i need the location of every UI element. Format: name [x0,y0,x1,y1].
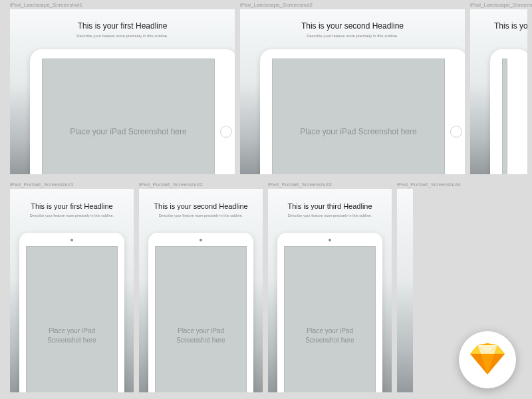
camera-icon [200,239,202,241]
artboard-label: iPad_Portrait_Screenshot4 [397,180,461,189]
placeholder-text: Place your iPad Screenshot here [63,126,193,138]
sketch-diamond-icon [470,342,505,377]
ipad-screen [502,59,507,174]
artboard-label: iPad_Portrait_Screenshot1 [10,180,134,189]
home-button-icon [220,126,232,138]
headline: This is your first Headline [10,9,235,31]
ipad-frame: Place your iPad Screenshot here [260,49,465,174]
headline: This is your third Headline [268,189,392,210]
subline [470,31,527,34]
subline: Describe your feature more precisely in … [240,31,465,38]
artboard-label: iPad_Portrait_Screenshot2 [139,180,263,189]
mockup-card: This is your second Headline Describe yo… [240,9,465,174]
ipad-frame: Place your iPad Screenshot here [19,233,124,392]
artboard-portrait-2[interactable]: iPad_Portrait_Screenshot2 This is your s… [139,180,263,392]
artboard-label: iPad_Landscape_Screenshot1 [10,0,235,9]
placeholder-text: Place your iPad Screenshot here [293,126,423,138]
mockup-card [397,189,413,392]
artboard-label: iPad_Landscape_Screenshot2 [240,0,465,9]
headline: This is your first Headline [10,189,134,210]
headline: This is your second Headline [240,9,465,31]
artboard-landscape-3[interactable]: iPad_Landscape_Screenshot3 This is your [470,0,532,174]
camera-icon [70,239,73,241]
subline: Describe your feature more precisely in … [268,210,392,217]
artboard-portrait-4[interactable]: iPad_Portrait_Screenshot4 [397,180,461,392]
mockup-card: This is your third Headline Describe you… [268,189,392,392]
subline: Describe your feature more precisely in … [10,31,235,38]
artboard-landscape-1[interactable]: iPad_Landscape_Screenshot1 This is your … [10,0,235,174]
ipad-screen: Place your iPad Screenshot here [272,59,445,174]
ipad-screen: Place your iPad Screenshot here [284,246,376,392]
camera-icon [329,239,331,241]
subline: Describe your feature more precisely in … [10,210,134,217]
ipad-frame: Place your iPad Screenshot here [30,49,235,174]
mockup-card: This is your first Headline Describe you… [10,189,134,392]
ipad-frame: Place your iPad Screenshot here [148,233,253,392]
sketch-app-badge [459,331,516,388]
mockup-card: This is your second Headline Describe yo… [139,189,263,392]
placeholder-text: Place your iPad Screenshot here [27,327,117,345]
ipad-screen: Place your iPad Screenshot here [155,246,247,392]
artboard-grid: iPad_Landscape_Screenshot1 This is your … [0,0,532,392]
artboard-portrait-3[interactable]: iPad_Portrait_Screenshot3 This is your t… [268,180,392,392]
artboard-portrait-1[interactable]: iPad_Portrait_Screenshot1 This is your f… [10,180,134,392]
artboard-landscape-2[interactable]: iPad_Landscape_Screenshot2 This is your … [240,0,465,174]
home-button-icon [450,126,462,138]
ipad-screen: Place your iPad Screenshot here [26,246,118,392]
artboard-label: iPad_Portrait_Screenshot3 [268,180,392,189]
artboard-label: iPad_Landscape_Screenshot3 [470,0,532,9]
subline: Describe your feature more precisely in … [139,210,263,217]
headline: This is your [470,9,527,31]
ipad-screen: Place your iPad Screenshot here [42,59,215,174]
ipad-frame [490,49,527,174]
placeholder-text: Place your iPad Screenshot here [156,327,246,345]
ipad-frame: Place your iPad Screenshot here [277,233,382,392]
portrait-row: iPad_Portrait_Screenshot1 This is your f… [0,180,532,392]
mockup-card: This is your first Headline Describe you… [10,9,235,174]
landscape-row: iPad_Landscape_Screenshot1 This is your … [0,0,532,174]
placeholder-text: Place your iPad Screenshot here [285,327,375,345]
mockup-card: This is your [470,9,527,174]
headline: This is your second Headline [139,189,263,210]
